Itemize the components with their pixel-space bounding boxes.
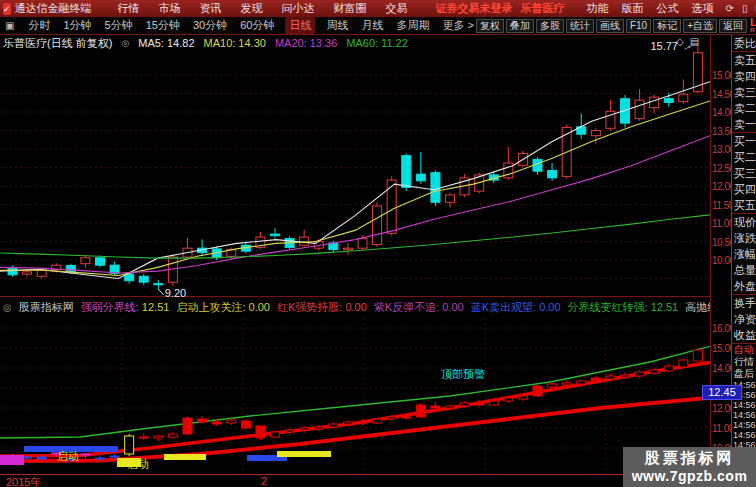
candle-body [650, 370, 659, 373]
rail-row-外盘[interactable]: 外盘 [732, 278, 756, 294]
titlebar-icons: ⟳▯✉ [726, 3, 756, 14]
rail-row-收益[interactable]: 收益 [732, 327, 756, 343]
menu-item-交易[interactable]: 交易 [386, 1, 408, 16]
mobile-icon[interactable]: ▯ [742, 3, 748, 14]
rail-row-卖二[interactable]: 卖二 [732, 100, 756, 116]
candle-body [635, 100, 644, 119]
refresh-icon[interactable]: ⟳ [726, 3, 734, 14]
rail-row-卖三[interactable]: 卖三 [732, 84, 756, 100]
candle-body [446, 195, 455, 202]
menu-item-财富圈[interactable]: 财富圈 [334, 1, 367, 16]
lower-annotation: 启动 [57, 450, 79, 462]
rail-row-涨幅[interactable]: 涨幅 [732, 246, 756, 262]
candle-body [518, 396, 527, 399]
candle-body [154, 436, 163, 438]
toolbar-button-统计[interactable]: 统计 [566, 19, 594, 33]
menu-item-版面[interactable]: 版面 [622, 1, 644, 16]
rail-row-委比[interactable]: 委比 [732, 35, 756, 51]
toolbar-button-复权[interactable]: 复权 [476, 19, 504, 33]
current-stock-label[interactable]: 乐普医疗 [521, 1, 565, 16]
candle-body [110, 456, 119, 457]
candle-body [227, 420, 236, 423]
timeframe-更多 >[interactable]: 更多 > [440, 17, 475, 34]
toolbar-button-画线[interactable]: 画线 [596, 19, 624, 33]
menu-item-行情[interactable]: 行情 [118, 1, 140, 16]
rail-row-买五[interactable]: 买五 [732, 197, 756, 213]
menu-item-资讯[interactable]: 资讯 [200, 1, 222, 16]
timeframe-60分钟[interactable]: 60分钟 [238, 17, 276, 34]
login-status-text[interactable]: 证券交易未登录 [436, 1, 513, 16]
toolbar-button-+自选[interactable]: +自选 [683, 19, 717, 33]
menu-item-发现[interactable]: 发现 [241, 1, 263, 16]
ma-label: MA60: 11.22 [346, 37, 408, 49]
candle-body [271, 234, 280, 235]
candle-body [66, 266, 75, 272]
rail-row-涨跌[interactable]: 涨跌 [732, 230, 756, 246]
rail-row-买二[interactable]: 买二 [732, 149, 756, 165]
indicator-value: 0.00 [342, 301, 366, 313]
rail-row-卖一[interactable]: 卖一 [732, 116, 756, 132]
split-window-icon[interactable]: ▣ [5, 20, 14, 31]
rail-row-卖五[interactable]: 卖五 [732, 52, 756, 68]
rail-row-换手[interactable]: 换手 [732, 295, 756, 311]
rail-tab-自动[interactable]: 自动 [732, 344, 756, 356]
watermark-badge: 股票指标网 www.7gpzb.com [623, 447, 756, 487]
timeframe-周线[interactable]: 周线 [324, 17, 350, 34]
indicator-label: 分界线变红转强: [568, 301, 648, 313]
rail-row-买一[interactable]: 买一 [732, 133, 756, 149]
menu-item-公式[interactable]: 公式 [657, 1, 679, 16]
candle-body [343, 422, 352, 424]
watermark-title: 股票指标网 [623, 449, 756, 468]
indicator-value: 0.00 [245, 301, 269, 313]
timeframe-1分钟[interactable]: 1分钟 [61, 17, 93, 34]
menu-item-选项[interactable]: 选项 [692, 1, 714, 16]
signal-bar [164, 454, 206, 460]
year-label: 2015年 [6, 475, 41, 487]
menu-item-问小达[interactable]: 问小达 [282, 1, 315, 16]
quote-panel-rail[interactable]: 委比卖五卖四卖三卖二卖一买一买二买三买四买五现价涨跌涨幅总量外盘换手净资收益自动… [731, 35, 756, 474]
candle-body [591, 378, 600, 382]
low-price-annotation: 9.20 [165, 287, 186, 299]
timeframe-15分钟[interactable]: 15分钟 [144, 17, 182, 34]
rail-row-买三[interactable]: 买三 [732, 165, 756, 181]
main-candlestick-chart[interactable] [0, 35, 710, 297]
timeframe-分时[interactable]: 分时 [26, 17, 52, 34]
indicator-label: 红K强势持股: [277, 301, 342, 313]
indicator-candlestick-chart[interactable]: 顶部预警启动启动 [0, 318, 710, 474]
candle-body [548, 384, 557, 387]
toolbar-button-多股[interactable]: 多股 [536, 19, 564, 33]
toolbar-button-F10[interactable]: F10 [626, 19, 651, 33]
rail-row-总量[interactable]: 总量 [732, 262, 756, 278]
toolbar-button-标记[interactable]: 标记 [653, 19, 681, 33]
rail-row-现价[interactable]: 现价 [732, 214, 756, 230]
ma-line-MA10 [0, 101, 710, 276]
app-title: 通达信金融终端 [15, 1, 92, 16]
candle-body [679, 360, 688, 367]
timeframe-月线[interactable]: 月线 [359, 17, 385, 34]
candle-body [446, 406, 455, 408]
rail-row-卖四[interactable]: 卖四 [732, 68, 756, 84]
indicator-item: 紫K反弹不追: 0.00 [374, 300, 464, 315]
peak-price-annotation: 15.77 → [650, 40, 692, 52]
timeframe-多周期[interactable]: 多周期 [394, 17, 431, 34]
chart-header: 乐普医疗(日线 前复权) ◎ MA5: 14.82MA10: 14.30MA20… [3, 36, 408, 50]
indicator-label: 强弱分界线: [81, 301, 139, 313]
candle-body [285, 430, 294, 432]
toolbar-button-叠加[interactable]: 叠加 [506, 19, 534, 33]
menu-item-功能[interactable]: 功能 [587, 1, 609, 16]
rail-row-买四[interactable]: 买四 [732, 181, 756, 197]
candle-body [329, 424, 338, 427]
candle-body [562, 383, 571, 385]
indicator-item: 股票指标网 [19, 300, 74, 315]
candle-body [8, 268, 17, 275]
rail-row-净资[interactable]: 净资 [732, 311, 756, 327]
rail-tab-行情[interactable]: 行情 [732, 356, 756, 368]
app-logo-icon: ✓ [3, 3, 11, 15]
timeframe-日线[interactable]: 日线 [285, 17, 315, 34]
timeframe-5分钟[interactable]: 5分钟 [103, 17, 135, 34]
toolbar-button-返回[interactable]: 返回 [719, 19, 747, 33]
candle-body [81, 258, 90, 264]
timeframe-30分钟[interactable]: 30分钟 [191, 17, 229, 34]
rail-tab-盘后[interactable]: 盘后 [732, 368, 756, 380]
menu-item-市场[interactable]: 市场 [159, 1, 181, 16]
